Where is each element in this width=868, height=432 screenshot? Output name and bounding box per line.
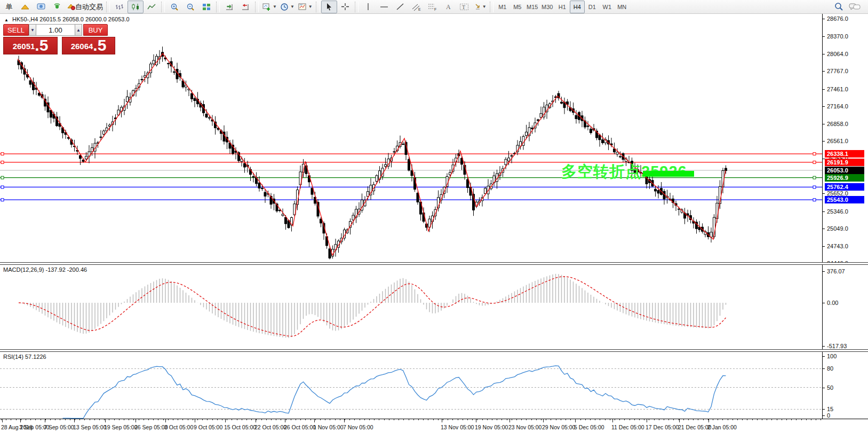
timeframe-H4[interactable]: H4 (570, 1, 585, 13)
hline-handle[interactable] (813, 176, 816, 179)
time-minor-tick (423, 419, 424, 420)
time-minor-tick (521, 419, 522, 420)
hline-handle[interactable] (1, 199, 4, 201)
hline-handle[interactable] (813, 186, 816, 188)
rsi-panel[interactable]: RSI(14) 57.1226 (0, 352, 822, 419)
bar-chart-icon[interactable] (112, 1, 128, 13)
add-indicator-button[interactable]: ▼ (260, 1, 278, 13)
timeframe-M5[interactable]: M5 (510, 1, 525, 13)
timeframe-M1[interactable]: M1 (495, 1, 510, 13)
candle-body (258, 183, 260, 188)
time-minor-tick (472, 419, 473, 420)
fibonacci-tool[interactable]: F (424, 1, 440, 13)
time-minor-tick (624, 419, 625, 420)
hline-handle[interactable] (1, 161, 4, 163)
green-highlight-bar[interactable] (643, 171, 694, 177)
volume-down-button[interactable]: ▼ (29, 24, 36, 36)
candle-body (417, 193, 419, 202)
time-minor-tick (16, 419, 17, 420)
horizontal-line-tool[interactable] (376, 1, 392, 13)
search-icon[interactable] (831, 1, 847, 13)
candlestick-chart-icon[interactable] (128, 1, 144, 13)
time-minor-tick (168, 419, 169, 420)
candle-body (561, 102, 563, 103)
vertical-line-tool[interactable] (360, 1, 376, 13)
time-minor-tick (369, 419, 370, 420)
zigzag-line[interactable] (18, 53, 726, 255)
channel-tool[interactable]: E (408, 1, 424, 13)
candle-body (79, 155, 82, 159)
time-minor-tick (737, 419, 738, 420)
time-minor-tick (271, 419, 272, 420)
line-chart-icon[interactable] (144, 1, 160, 13)
time-major-tick (314, 419, 315, 422)
cursor-tool[interactable] (321, 1, 337, 13)
timeframe-W1[interactable]: W1 (600, 1, 615, 13)
auto-scroll-icon[interactable] (221, 1, 237, 13)
volume-input[interactable] (36, 24, 75, 36)
time-minor-tick (182, 419, 183, 420)
hline-handle[interactable] (1, 186, 4, 188)
panel-splitter[interactable] (0, 262, 868, 265)
candle-body (320, 219, 322, 223)
sell-button[interactable]: SELL (3, 24, 29, 36)
time-minor-tick (516, 419, 517, 420)
autotrading-button[interactable]: 自动交易 (65, 1, 105, 13)
date-label: 11 Dec 05:00 (611, 424, 644, 430)
panel-splitter[interactable] (0, 349, 868, 352)
timeframe-MN[interactable]: MN (615, 1, 630, 13)
hline-handle[interactable] (813, 153, 816, 155)
time-minor-tick (531, 419, 532, 420)
zoom-out-icon[interactable] (182, 1, 198, 13)
time-minor-tick (801, 419, 802, 420)
symbol-header: ▲ HK50-,H4 26015.5 26058.0 26000.0 26053… (4, 16, 130, 22)
terminal-icon[interactable] (33, 1, 49, 13)
time-minor-tick (237, 419, 237, 420)
timeframe-M15[interactable]: M15 (525, 1, 540, 13)
axis-tick (823, 229, 825, 229)
text-tool[interactable]: A (440, 1, 456, 13)
timeframe-D1[interactable]: D1 (585, 1, 600, 13)
time-minor-tick (94, 419, 95, 420)
arrows-tool[interactable]: ▼ (472, 1, 488, 13)
axis-tick (823, 303, 825, 303)
timeframe-H1[interactable]: H1 (555, 1, 570, 13)
text-label-tool[interactable]: T (456, 1, 472, 13)
time-minor-tick (811, 419, 811, 420)
date-label: 19 Sep 05:00 (104, 424, 137, 430)
time-minor-tick (320, 419, 321, 420)
main-chart[interactable]: ▲ HK50-,H4 26015.5 26058.0 26000.0 26053… (0, 14, 822, 263)
time-minor-tick (757, 419, 758, 420)
buy-button[interactable]: BUY (83, 24, 108, 36)
community-chat-icon[interactable] (847, 1, 863, 13)
hline-handle[interactable] (1, 153, 4, 155)
hline-handle[interactable] (1, 176, 4, 179)
rsi-label: RSI(14) 57.1226 (3, 354, 46, 360)
order-book-icon[interactable] (17, 1, 33, 13)
candle-body (261, 188, 264, 188)
sell-price[interactable]: 26051.5 (3, 37, 58, 54)
crosshair-tool[interactable] (337, 1, 353, 13)
hline-handle[interactable] (813, 161, 816, 163)
date-label: 2 Jan 05:00 (707, 424, 737, 430)
zoom-in-icon[interactable] (166, 1, 182, 13)
hline-handle[interactable] (813, 199, 816, 201)
autotrading-label: 自动交易 (75, 2, 103, 12)
time-minor-tick (806, 419, 807, 420)
new-order-button[interactable]: 单 (1, 1, 17, 13)
timeframe-M30[interactable]: M30 (540, 1, 555, 13)
periods-button[interactable]: ▼ (278, 1, 296, 13)
time-minor-tick (389, 419, 389, 420)
time-minor-tick (796, 419, 797, 420)
time-minor-tick (379, 419, 379, 420)
price-axis: 28676.028370.028064.027767.027461.027164… (822, 14, 868, 263)
add-indicator-icon (262, 3, 272, 11)
tile-windows-icon[interactable] (198, 1, 214, 13)
signals-icon[interactable] (49, 1, 65, 13)
chart-shift-icon[interactable] (237, 1, 253, 13)
volume-up-button[interactable]: ▲ (75, 24, 82, 36)
templates-button[interactable]: ▼ (296, 1, 314, 13)
trendline-tool[interactable] (392, 1, 408, 13)
macd-panel[interactable]: MACD(12,26,9) -137.92 -200.46 (0, 265, 822, 349)
buy-price[interactable]: 26064.5 (62, 37, 115, 54)
